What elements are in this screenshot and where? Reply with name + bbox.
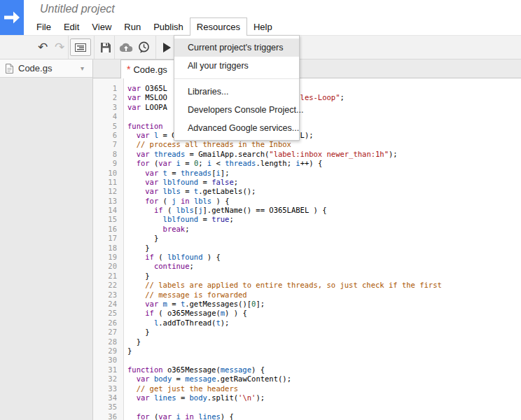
line-number: 5 — [93, 122, 123, 131]
line-number: 20 — [93, 262, 123, 271]
apps-script-logo — [0, 0, 24, 35]
code-line: 7 // process all threads in the Inbox — [93, 140, 521, 149]
line-number: 23 — [93, 290, 123, 300]
unsaved-marker: * — [127, 64, 130, 75]
code-line: 36 for (var i in lines) { — [93, 412, 521, 420]
code-line: 3var LOOPA — [93, 103, 521, 112]
code-line: 22 // labels are applied to entire threa… — [93, 281, 521, 290]
line-number: 34 — [93, 393, 123, 402]
code-line: 19 if ( lblfound ) { — [93, 253, 521, 262]
line-number: 6 — [93, 131, 123, 140]
code-line: 24 var m = t.getMessages()[0]; — [93, 300, 521, 309]
redo-icon: ↷ — [55, 41, 64, 53]
code-line: 23 // message is forwarded — [93, 290, 521, 300]
code-line: 17 } — [93, 234, 521, 243]
code-line: 32 var body = message.getRawContent(); — [93, 374, 521, 384]
line-number: 24 — [93, 300, 123, 309]
menu-help[interactable]: Help — [247, 18, 279, 36]
dropdown-item[interactable]: All your triggers — [174, 57, 299, 75]
code-line: 34 var lines = body.split('\n'); — [93, 393, 521, 402]
line-number: 7 — [93, 140, 123, 149]
run-button[interactable] — [159, 36, 174, 59]
tab-codegs[interactable]: * Code.gs — [120, 59, 175, 78]
app-header: Untitled project FileEditViewRunPublishR… — [0, 0, 521, 35]
code-line: 1var O365L — [93, 84, 521, 93]
menu-resources[interactable]: Resources — [190, 18, 247, 36]
line-number: 30 — [93, 356, 123, 365]
line-number: 31 — [93, 365, 123, 374]
clock-icon — [138, 41, 150, 53]
line-number: 19 — [93, 253, 123, 262]
code-line: 2var MSLOO les-Loop"; — [93, 93, 521, 102]
toolbar-separator — [155, 36, 156, 59]
line-number: 9 — [93, 159, 123, 168]
toolbar-separator — [114, 36, 115, 59]
code-line: 10 var t = threads[i]; — [93, 169, 521, 178]
code-line: 26 l.addToThread(t); — [93, 318, 521, 328]
code-line: 20 continue; — [93, 262, 521, 271]
menu-run[interactable]: Run — [118, 18, 147, 36]
toolbar-separator — [94, 36, 95, 59]
line-number: 32 — [93, 374, 123, 384]
tab-label: Code.gs — [133, 64, 167, 75]
play-icon — [162, 43, 171, 52]
line-number: 35 — [93, 402, 123, 412]
project-title[interactable]: Untitled project — [40, 3, 115, 15]
menu-view[interactable]: View — [85, 18, 118, 36]
line-number: 2 — [93, 93, 123, 102]
code-line: 31function o365Message(message) { — [93, 365, 521, 374]
indent-icon — [70, 38, 91, 56]
file-name-label: Code.gs — [18, 63, 52, 74]
code-line: 25 if ( o365Message(m) ) { — [93, 309, 521, 318]
menu-file[interactable]: File — [30, 18, 57, 36]
files-sidebar: Code.gs ▾ — [0, 59, 93, 420]
code-line: 9 for (var i = 0; i < threads.length; i+… — [93, 159, 521, 168]
line-number: 15 — [93, 215, 123, 224]
execution-transcript-button[interactable] — [134, 36, 153, 59]
code-line: 12 var lbls = t.getLabels(); — [93, 187, 521, 196]
dropdown-item[interactable]: Current project's triggers — [174, 38, 299, 57]
line-number: 27 — [93, 328, 123, 337]
menu-publish[interactable]: Publish — [147, 18, 190, 36]
indent-button[interactable] — [70, 36, 91, 59]
undo-button[interactable]: ↶ — [34, 36, 52, 59]
dropdown-separator — [174, 78, 299, 79]
line-number: 16 — [93, 225, 123, 234]
line-number: 28 — [93, 337, 123, 346]
dropdown-item[interactable]: Libraries... — [174, 83, 299, 101]
code-line: 16 break; — [93, 225, 521, 234]
save-button[interactable] — [97, 36, 115, 59]
deploy-button[interactable] — [117, 36, 135, 59]
save-icon — [100, 42, 111, 53]
line-number: 10 — [93, 169, 123, 178]
dropdown-item[interactable]: Advanced Google services... — [174, 119, 299, 137]
menu-edit[interactable]: Edit — [57, 18, 85, 36]
code-line: 6 var l = GmailApp.createLabel(O365LABEL… — [93, 131, 521, 140]
line-number: 18 — [93, 244, 123, 253]
resources-dropdown: Current project's triggersAll your trigg… — [174, 35, 300, 141]
code-line: 5function — [93, 122, 521, 131]
chevron-down-icon[interactable]: ▾ — [81, 64, 84, 72]
line-number: 8 — [93, 150, 123, 159]
line-number: 12 — [93, 187, 123, 196]
line-number: 36 — [93, 412, 123, 420]
code-line: 14 if ( lbls[j].getName() == O365LABEL )… — [93, 206, 521, 215]
code-editor[interactable]: 1var O365L2var MSLOO les-Loop";3var LOOP… — [93, 78, 521, 420]
code-line: 30 — [93, 356, 521, 365]
code-line: 28 } — [93, 337, 521, 346]
arrow-icon — [2, 8, 22, 27]
code-lines: 1var O365L2var MSLOO les-Loop";3var LOOP… — [93, 84, 521, 420]
line-number: 17 — [93, 234, 123, 243]
line-number: 22 — [93, 281, 123, 290]
code-line: 4 — [93, 112, 521, 121]
code-line: 27 } — [93, 328, 521, 337]
line-number: 26 — [93, 318, 123, 328]
code-line: 11 var lblfound = false; — [93, 178, 521, 187]
code-line: 18 } — [93, 244, 521, 253]
code-line: 8 var threads = GmailApp.search("label:i… — [93, 150, 521, 159]
redo-button[interactable]: ↷ — [50, 36, 69, 59]
sidebar-item-codegs[interactable]: Code.gs ▾ — [0, 59, 92, 78]
dropdown-item[interactable]: Developers Console Project... — [174, 101, 299, 119]
line-number: 14 — [93, 206, 123, 215]
line-number: 11 — [93, 178, 123, 187]
